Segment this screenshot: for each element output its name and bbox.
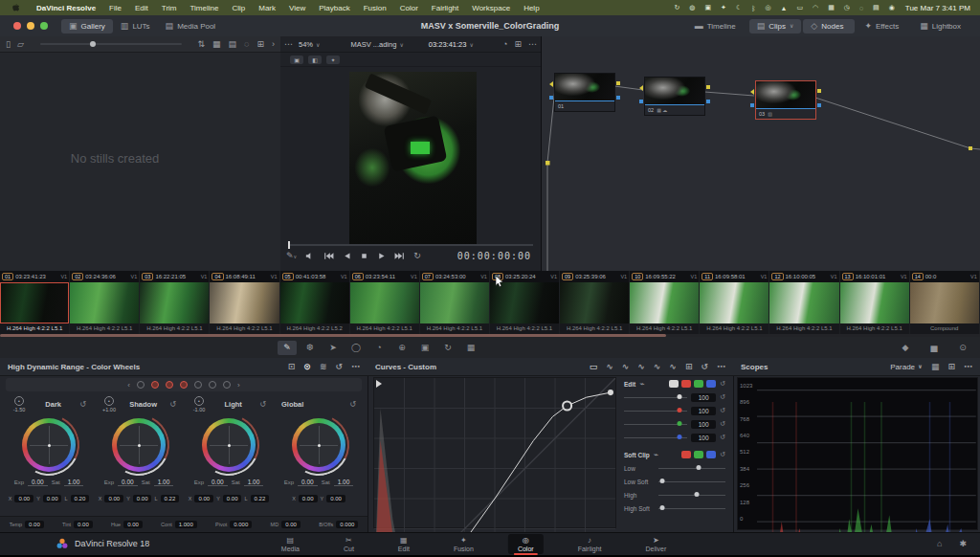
channel-value[interactable]: 100	[691, 393, 716, 402]
channel-r-button[interactable]	[681, 380, 691, 388]
expand-icon[interactable]: ⊞	[256, 40, 264, 49]
node-input-key[interactable]	[639, 100, 643, 103]
soft-clip-reset-icon[interactable]: ↺	[720, 451, 725, 458]
channel-slider-track[interactable]	[624, 437, 687, 438]
sat-value[interactable]: 1.00	[154, 479, 174, 486]
channel-value[interactable]: 100	[691, 407, 716, 415]
color-node[interactable]: 01	[554, 73, 615, 112]
wheel-range-badge[interactable]: • -1.50	[11, 396, 27, 412]
moon-icon[interactable]: ☾	[731, 4, 746, 11]
more-curves-icon[interactable]: ⋯	[717, 363, 725, 371]
color-node[interactable]: 03 ▨	[755, 80, 816, 120]
node-output-rgb[interactable]	[817, 89, 821, 93]
menu-item[interactable]: Playback	[312, 4, 356, 12]
channel-reset-icon[interactable]: ↺	[720, 420, 725, 428]
effects-button[interactable]: ✦ Effects	[857, 19, 910, 33]
reverse-button[interactable]	[343, 252, 351, 260]
channel-reset-icon[interactable]: ↺	[720, 393, 725, 401]
soft-slider-handle[interactable]	[659, 505, 664, 510]
battery-icon[interactable]: ▭	[791, 4, 808, 11]
timeline-name-dropdown[interactable]: MASV ...ading∨	[350, 40, 403, 49]
freeze-icon[interactable]: ❆	[301, 341, 320, 355]
dock-icon[interactable]: ⊡	[288, 363, 296, 371]
page-edit[interactable]: ▦ Edit	[389, 534, 419, 554]
app-icon[interactable]: ◍	[684, 4, 700, 11]
clip-thumbnail[interactable]	[350, 282, 419, 323]
page-color[interactable]: ◎ Color	[508, 534, 544, 554]
soft-r-button[interactable]	[681, 451, 691, 458]
apple-menu-icon[interactable]	[11, 3, 20, 13]
soft-slider-handle[interactable]	[659, 479, 664, 483]
color-wheel[interactable]	[202, 418, 256, 472]
wheel-set-dot[interactable]	[180, 381, 188, 389]
wheel-set-dot[interactable]	[166, 381, 173, 389]
hue-vs-hue-icon[interactable]: ∿	[606, 363, 613, 371]
menu-item[interactable]: Timeline	[184, 4, 226, 12]
clip-thumbnail[interactable]	[560, 282, 629, 323]
channel-slider-track[interactable]	[624, 411, 687, 412]
viewer-more-icon[interactable]: ⋯	[528, 40, 537, 49]
grab-still-icon[interactable]: ▣	[290, 56, 303, 64]
annotate-pen-icon[interactable]: ✎∨	[286, 252, 297, 260]
wheel-range-badge[interactable]: • +1.00	[101, 396, 117, 412]
channel-slider-handle[interactable]	[677, 394, 681, 399]
node-output-key[interactable]	[817, 103, 821, 107]
wheel-x-value[interactable]: 0.00	[104, 495, 123, 502]
cursor-icon[interactable]: ➤	[323, 341, 343, 355]
channel-y-button[interactable]	[669, 380, 679, 388]
power-window-icon[interactable]: ◯	[346, 341, 366, 355]
sort-icon[interactable]: ⇅	[198, 40, 206, 49]
nodes-button[interactable]: ◇ Nodes	[803, 19, 855, 33]
page-fairlight[interactable]: ♪ Fairlight	[568, 534, 612, 554]
hdr-parameter-value[interactable]: 0.00	[25, 521, 44, 528]
next-clip-button[interactable]	[394, 252, 405, 260]
paw-icon[interactable]: ✦	[716, 4, 731, 11]
hdr-parameter-value[interactable]: 0.000	[230, 521, 252, 528]
lum-vs-sat-icon[interactable]: ∿	[654, 363, 661, 371]
menu-item[interactable]: Color	[393, 4, 425, 12]
node-output-rgb[interactable]	[706, 85, 710, 89]
menu-item[interactable]: View	[282, 4, 312, 12]
menu-item[interactable]: Edit	[128, 4, 155, 12]
hdr-parameter-value[interactable]: 0.000	[336, 521, 358, 528]
more-icon[interactable]: ⋯	[351, 363, 360, 371]
hue-vs-lum-icon[interactable]: ∿	[637, 363, 645, 371]
keyframe-panel-icon[interactable]: ◆	[896, 341, 915, 355]
clip-thumbnail-item[interactable]: 14 00:0 V1 Compound	[910, 271, 980, 337]
clip-thumbnail[interactable]	[0, 282, 69, 323]
wheel-reset-icon[interactable]: ↺	[349, 400, 356, 409]
media-pool-button[interactable]: ▤ Media Pool	[158, 19, 224, 33]
nav-left-arrow[interactable]: ‹	[127, 381, 130, 390]
wheel-y-value[interactable]: 0.00	[43, 495, 62, 502]
clip-thumbnail[interactable]	[630, 282, 699, 323]
siri-icon[interactable]: ◉	[884, 4, 900, 11]
wheel-l-value[interactable]: 0.22	[251, 495, 270, 502]
node-input-rgb[interactable]	[750, 89, 754, 95]
clip-thumbnail-item[interactable]: 03 16:22:21:05 V1 H.264 High 4:2:2 L5.1	[140, 271, 210, 337]
lightbox-button[interactable]: ▦ Lightbox	[912, 19, 972, 33]
page-media[interactable]: ▤ Media	[272, 534, 309, 554]
wheel-l-value[interactable]: 0.22	[161, 495, 180, 502]
clip-thumbnail-item[interactable]: 06 03:23:54:11 V1 H.264 High 4:2:2 L5.1	[350, 271, 420, 337]
wheel-set-dot[interactable]	[209, 381, 216, 389]
channel-slider-track[interactable]	[624, 424, 687, 425]
wheel-range-badge[interactable]: • -1.00	[191, 396, 207, 412]
viewer-zoom-dropdown[interactable]: 54%∨	[299, 40, 320, 49]
wheel-set-dot[interactable]	[137, 381, 145, 389]
reset-icon[interactable]: ↺	[335, 363, 343, 371]
channel-slider-handle[interactable]	[677, 408, 681, 412]
video-frame[interactable]	[349, 72, 477, 246]
timeline-button[interactable]: ▬ Timeline	[687, 19, 747, 33]
clip-thumbnail[interactable]	[910, 282, 979, 323]
page-deliver[interactable]: ➤ Deliver	[636, 534, 677, 554]
menu-item[interactable]: Fusion	[357, 4, 393, 12]
luts-button[interactable]: ▥ LUTs	[113, 19, 158, 33]
magic-mask-icon[interactable]: ✦	[326, 56, 340, 64]
settings-gear-icon[interactable]: ✱	[959, 539, 967, 548]
grid-view-icon[interactable]: ▦	[212, 40, 221, 49]
clip-thumbnail[interactable]	[140, 282, 209, 323]
clip-thumbnail-item[interactable]: 07 03:24:53:00 V1 H.264 High 4:2:2 L5.1	[420, 271, 490, 337]
wheel-reset-icon[interactable]: ↺	[259, 400, 266, 409]
soft-slider-track[interactable]	[658, 495, 725, 496]
clip-thumbnail[interactable]	[420, 282, 489, 323]
